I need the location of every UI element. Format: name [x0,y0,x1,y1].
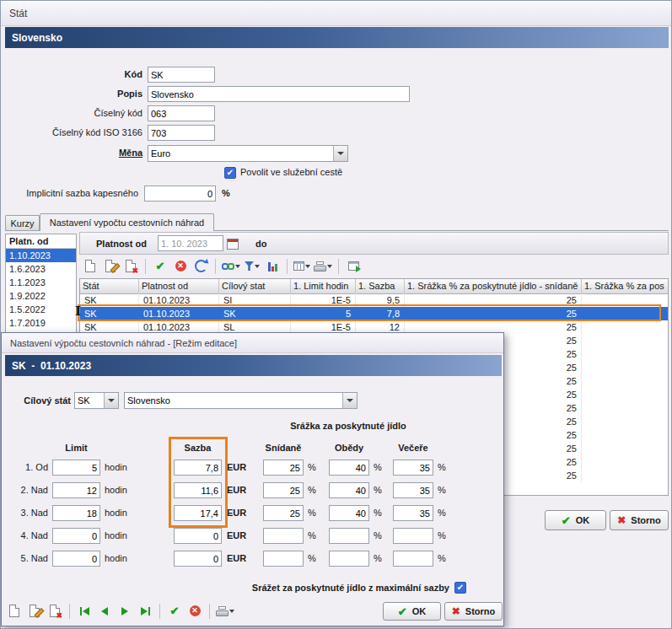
obedy-input[interactable] [329,460,369,476]
modal-toolbar: ✖ ✔ ✕ [6,600,234,621]
edit-record-button[interactable] [26,602,43,621]
mena-value[interactable] [148,146,333,161]
table-row-selected[interactable]: SK 01.10.2023 SK 5 7,8 25 [80,307,668,320]
combo-dropdown-button[interactable] [342,393,357,408]
column-header[interactable]: 1. Srážka % za poskytnuté jídlo - snídan… [405,279,582,293]
refresh-button[interactable] [192,257,209,276]
column-header[interactable]: 1. Sazba [356,279,405,293]
vecere-input[interactable] [393,460,433,476]
modal-title: Nastavení výpočtu cestovních náhrad - [R… [10,338,237,348]
delete-record-icon: ✖ [126,260,136,272]
modal-ok-button[interactable]: ✔ OK [383,602,441,621]
list-item[interactable]: 1.6.2023 [6,262,76,276]
cilovy-stat-code[interactable] [75,393,104,408]
table-row[interactable]: SK 01.10.2023 SI 1E-5 9,5 25 [80,293,668,307]
nav-first-button[interactable] [76,602,93,621]
vecere-input[interactable] [393,528,433,544]
column-header[interactable]: 1. Limit hodin [291,279,356,293]
modal-titlebar[interactable]: Nastavení výpočtu cestovních náhrad - [R… [2,333,503,353]
limit-input[interactable] [52,505,100,521]
ciselny-kod-input[interactable] [148,105,215,121]
edit-record-button[interactable] [102,257,119,276]
srazet-checkbox-label: Srážet za poskytnuté jídlo z maximální s… [208,581,449,594]
limit-input[interactable] [52,551,100,567]
column-header[interactable]: 1. Srážka % za pos [582,279,669,293]
sazba-input[interactable] [174,528,222,544]
mena-combo[interactable] [148,145,348,162]
snidane-input[interactable] [263,482,304,498]
print-button[interactable] [314,257,332,276]
columns-button[interactable] [293,257,310,276]
list-item[interactable]: 1.7.2019 [6,316,76,330]
vecere-input[interactable] [393,482,433,498]
iso-kod-input[interactable] [148,125,215,141]
obedy-input[interactable] [329,482,369,498]
calendar-button[interactable] [224,234,241,253]
print-button[interactable] [216,602,234,621]
sazba-input[interactable] [174,505,222,521]
limit-input[interactable] [52,482,100,498]
column-header[interactable]: Stát [80,279,139,293]
obedy-input[interactable] [329,528,369,544]
list-item[interactable]: 1.1.2023 [6,276,76,289]
mena-dropdown-button[interactable] [333,146,347,161]
limit-input[interactable] [52,528,100,544]
list-item[interactable]: 1.9.2022 [6,289,76,303]
platnost-od-input[interactable] [158,235,223,251]
srazet-checkbox[interactable]: ✔ [454,582,466,594]
tab-nastaveni-nahrad[interactable]: Nastavení vypočtu cestovních náhrad [40,213,214,231]
accept-button[interactable]: ✔ [152,257,169,276]
ok-button[interactable]: ✔ OK [545,510,606,530]
snidane-input[interactable] [263,460,304,476]
nav-last-button[interactable] [137,602,153,621]
stat-window: Stát Slovensko Kód Popis Číselný kód Čís… [0,0,672,629]
column-header[interactable]: Cílový stat [219,279,291,293]
cancel-button[interactable]: ✕ [186,602,203,621]
delete-record-button[interactable]: ✖ [46,602,63,621]
filter-button[interactable] [244,257,261,276]
ok-button-label: OK [576,515,590,525]
tab-kurzy-label: Kurzy [10,218,34,228]
new-record-button[interactable] [6,602,23,621]
sazba-input[interactable] [174,482,222,498]
cilovy-stat-name-combo[interactable] [124,392,358,409]
pct-unit: % [374,505,382,521]
obedy-input[interactable] [329,551,369,567]
nav-prev-button[interactable] [96,602,113,621]
new-record-button[interactable] [82,257,99,276]
snidane-input[interactable] [263,505,304,521]
snidane-input[interactable] [263,528,304,544]
cancel-button[interactable]: ✕ [172,257,189,276]
chevron-down-icon [347,399,353,402]
mena-label[interactable]: Měna [1,145,148,161]
limit-input[interactable] [52,460,100,476]
popis-input[interactable] [148,86,410,102]
accept-button[interactable]: ✔ [166,602,183,621]
main-titlebar[interactable]: Stát [1,1,671,26]
kapesne-input[interactable] [144,185,216,202]
obedy-input[interactable] [329,505,369,521]
tab-kurzy[interactable]: Kurzy [5,215,40,231]
modal-storno-button[interactable]: ✖ Storno [444,602,503,621]
sazba-input[interactable] [174,551,222,567]
list-item[interactable]: 1.10.2023 [6,249,76,262]
cilovy-stat-code-combo[interactable] [74,392,119,409]
relations-button[interactable] [222,257,240,276]
combo-dropdown-button[interactable] [104,393,118,408]
snidane-input[interactable] [263,551,304,567]
list-item[interactable]: 1.5.2022 [6,303,76,316]
export-button[interactable] [345,257,362,276]
delete-record-button[interactable]: ✖ [122,257,139,276]
nav-next-button[interactable] [116,602,133,621]
vecere-input[interactable] [393,505,433,521]
povolit-checkbox[interactable]: ✔ [224,167,236,179]
sazba-input[interactable] [174,460,222,476]
cilovy-stat-name[interactable] [125,393,342,408]
column-header[interactable]: Platnost od [139,279,219,293]
pct-unit: % [308,482,316,498]
kod-input[interactable] [148,67,215,83]
vecere-input[interactable] [393,551,433,567]
storno-button[interactable]: ✖ Storno [610,510,669,530]
graph-button[interactable] [264,257,281,276]
cancel-icon: ✕ [175,261,186,271]
